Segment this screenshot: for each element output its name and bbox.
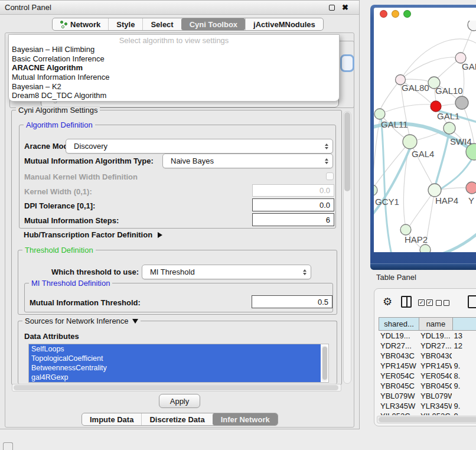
kernel-width-label: Kernel Width (0,1):	[24, 187, 92, 196]
node-label-gal4: GAL4	[412, 149, 434, 159]
attribute-item-selfloops[interactable]: SelfLoops	[29, 344, 321, 354]
algorithm-option-basic-correlation-inference[interactable]: Basic Correlation Inference	[9, 54, 339, 64]
attributes-scrollbar-thumb[interactable]	[322, 347, 327, 380]
attribute-item-gal4rgexp[interactable]: gal4RGexp	[29, 373, 321, 382]
tab-discretize-data[interactable]: Discretize Data	[141, 413, 212, 425]
manual-kernel-checkbox[interactable]	[326, 172, 334, 180]
table-cell: YBR043C	[419, 351, 452, 361]
algorithm-option-dream8-dc-tdc-algorithm[interactable]: Dream8 DC_TDC Algorithm	[9, 91, 339, 100]
node-selected[interactable]	[431, 101, 441, 112]
tab-impute-data[interactable]: Impute Data	[82, 413, 141, 425]
algorithm-option-aracne-algorithm[interactable]: ARACNE Algorithm	[9, 63, 339, 73]
tab-style[interactable]: Style	[108, 18, 142, 30]
tab-infer-network[interactable]: Infer Network	[213, 413, 278, 425]
deselect-all-icon[interactable]	[436, 300, 449, 306]
float-panel-icon[interactable]	[329, 5, 335, 11]
data-attributes-list[interactable]: SelfLoopsTopologicalCoefficientBetweenne…	[28, 344, 329, 383]
mi-type-combobox[interactable]: Naive Bayes	[162, 154, 333, 168]
dpi-tolerance-field[interactable]: 0.0	[252, 198, 334, 211]
table-cell: YER054C	[419, 371, 452, 381]
table-row[interactable]: YPR145WYPR145W9.	[379, 361, 476, 371]
node-hap4[interactable]	[428, 184, 441, 197]
zoom-window-icon[interactable]	[403, 10, 411, 18]
tab-cyni-toolbox[interactable]: Cyni Toolbox	[181, 18, 245, 30]
hub-definition-expander[interactable]: Hub/Transcription Factor Definition	[24, 230, 162, 239]
network-edge[interactable]	[400, 57, 461, 80]
table-horizontal-scrollbar[interactable]	[377, 416, 476, 423]
settings-horizontal-scrollbar[interactable]	[12, 384, 341, 392]
data-attributes-label: Data Attributes	[24, 332, 79, 341]
tab-label: Impute Data	[90, 415, 133, 424]
select-all-icon[interactable]: ✓✓	[418, 299, 433, 306]
table-row[interactable]: YBR043CYBR043C	[379, 351, 476, 361]
network-canvas-frame: GALGAL80GAL10GAL1GAL11SWI4GAL4GCY1HAP4YH…	[374, 8, 476, 252]
table-row[interactable]: YBL079WYBL079W	[379, 391, 476, 401]
node-gal11[interactable]	[374, 109, 385, 119]
aracne-mode-combobox[interactable]: Discovery	[66, 139, 333, 154]
algorithm-option-bayesian-k2[interactable]: Bayesian – K2	[9, 82, 339, 92]
control-panel-title: Control Panel	[5, 3, 51, 12]
document-icon[interactable]	[468, 295, 476, 308]
minimize-window-icon[interactable]	[392, 10, 399, 18]
column-header-name[interactable]: name	[419, 317, 452, 331]
table-cell: YIL052C	[419, 411, 452, 415]
settings-vertical-scrollbar[interactable]	[343, 111, 351, 384]
table-row[interactable]: YDR27...YDR27...12	[379, 341, 476, 351]
mi-steps-value: 6	[326, 216, 330, 224]
gear-icon[interactable]: ⚙	[383, 296, 392, 308]
attributes-scrollbar[interactable]	[321, 345, 328, 381]
node-gcy1[interactable]	[374, 185, 377, 195]
kernel-width-field[interactable]: 0.0	[252, 184, 334, 197]
attribute-item-topologicalcoefficient[interactable]: TopologicalCoefficient	[29, 354, 321, 363]
window-traffic-lights	[374, 8, 476, 21]
table-row[interactable]: YDL19...YDL19...13	[379, 331, 476, 341]
settings-vscroll-thumb[interactable]	[344, 112, 350, 191]
mi-threshold-field[interactable]: 0.5	[252, 295, 332, 308]
tab-label: Select	[151, 20, 173, 29]
kernel-width-value: 0.0	[319, 186, 330, 195]
node-gal4[interactable]	[403, 135, 417, 149]
column-header-cut[interactable]	[452, 317, 476, 331]
column-header-shared[interactable]: shared...	[379, 317, 419, 331]
algorithm-option-bayesian-hill-climbing[interactable]: Bayesian – Hill Climbing	[9, 45, 339, 54]
which-threshold-value: MI Threshold	[150, 268, 195, 276]
threshold-definition-title: Threshold Definition	[22, 246, 96, 255]
table-toolbar: ⚙ ✓✓	[374, 295, 476, 312]
which-threshold-combobox[interactable]: MI Threshold	[142, 265, 311, 279]
mi-steps-field[interactable]: 6	[252, 213, 334, 226]
table-row[interactable]: YBR045CYBR045C9.	[379, 381, 476, 391]
mi-threshold-definition-title: MI Threshold Definition	[29, 279, 112, 288]
network-canvas[interactable]: GALGAL80GAL10GAL1GAL11SWI4GAL4GCY1HAP4YH…	[374, 21, 476, 252]
network-window-bottom-frame	[370, 263, 476, 270]
node-unnamed-top[interactable]	[468, 21, 476, 31]
stepper-icon	[303, 269, 307, 275]
collapse-down-icon[interactable]	[132, 319, 138, 324]
network-edge-thick[interactable]	[374, 146, 411, 219]
table-row[interactable]: YLR345WYLR345W9.	[379, 401, 476, 411]
settings-hscroll-thumb[interactable]	[14, 385, 338, 390]
apply-button[interactable]: Apply	[159, 394, 200, 408]
node-bottom[interactable]	[420, 244, 431, 252]
network-edge[interactable]	[380, 105, 431, 114]
network-edge-thick[interactable]	[381, 116, 392, 252]
node-gal1[interactable]	[444, 122, 455, 134]
columns-icon[interactable]	[401, 296, 412, 308]
control-panel-titlebar: Control Panel ✖	[0, 1, 359, 15]
tab-network[interactable]: Network	[53, 18, 108, 30]
close-window-icon[interactable]	[380, 10, 387, 18]
table-row[interactable]: YER054CYER054C8.	[379, 371, 476, 381]
collapsed-panel-icon[interactable]	[3, 442, 13, 450]
attribute-item-betweennesscentrality[interactable]: BetweennessCentrality	[29, 363, 321, 373]
tab-jactivemnodules[interactable]: jActiveMNodules	[245, 18, 323, 30]
node-y-cut[interactable]	[466, 182, 476, 194]
algorithm-combobox-focus-fragment	[340, 54, 354, 72]
table-row[interactable]: YIL052CYIL052C9	[379, 411, 476, 415]
node-gray[interactable]	[455, 96, 468, 109]
algorithm-option-mutual-information-inference[interactable]: Mutual Information Inference	[9, 73, 339, 82]
network-edge-thick[interactable]	[435, 131, 449, 188]
node-hap2[interactable]	[400, 224, 411, 235]
table-hscroll-thumb[interactable]	[379, 417, 476, 422]
settings-group-title: Cyni Algorithm Settings	[16, 106, 100, 115]
close-panel-icon[interactable]: ✖	[342, 5, 348, 11]
tab-select[interactable]: Select	[142, 18, 181, 30]
